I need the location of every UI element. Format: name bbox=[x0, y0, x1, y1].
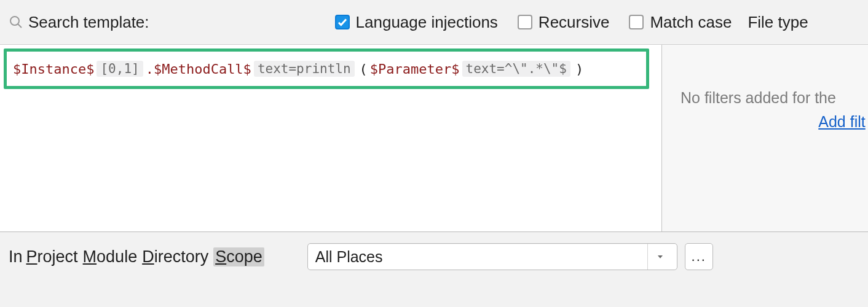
checkbox-label: Match case bbox=[650, 13, 732, 32]
svg-line-1 bbox=[18, 24, 22, 28]
file-type-label: File type bbox=[748, 13, 808, 32]
search-template-editor[interactable]: $Instance$ [0,1] . $MethodCall$ text=pri… bbox=[0, 45, 662, 231]
checkbox-icon[interactable] bbox=[518, 15, 532, 29]
ellipsis-icon: ... bbox=[692, 249, 706, 265]
header-row: Search template: Language injections Rec… bbox=[0, 0, 868, 44]
content-row: $Instance$ [0,1] . $MethodCall$ text=pri… bbox=[0, 44, 868, 232]
checkbox-match-case[interactable]: Match case bbox=[629, 13, 744, 32]
filters-panel: No filters added for the Add filt bbox=[662, 45, 868, 231]
scope-bar: In Project Module Directory Scope All Pl… bbox=[0, 232, 868, 281]
scope-tab-module[interactable]: Module bbox=[83, 247, 138, 266]
open-paren: ( bbox=[360, 61, 368, 77]
scope-tab-post: irectory bbox=[154, 247, 209, 266]
checkbox-icon[interactable] bbox=[629, 15, 644, 29]
svg-point-0 bbox=[10, 17, 19, 25]
text-filter-badge: text=println bbox=[254, 61, 355, 77]
checkbox-icon-checked[interactable] bbox=[335, 15, 350, 29]
scope-tab-mnemonic: D bbox=[142, 247, 154, 266]
scope-tab-directory[interactable]: Directory bbox=[142, 247, 208, 266]
scope-browse-button[interactable]: ... bbox=[685, 243, 713, 270]
template-expression[interactable]: $Instance$ [0,1] . $MethodCall$ text=pri… bbox=[4, 49, 649, 89]
scope-tab-post: odule bbox=[97, 247, 137, 266]
scope-tab-post: roject bbox=[37, 247, 78, 266]
var-parameter: $Parameter$ bbox=[370, 61, 460, 77]
scope-combo[interactable]: All Places bbox=[307, 243, 677, 270]
checkbox-language-injections[interactable]: Language injections bbox=[335, 13, 510, 32]
var-instance: $Instance$ bbox=[13, 61, 94, 77]
filters-empty-text: No filters added for the bbox=[662, 89, 868, 107]
scope-tab-mnemonic: S bbox=[215, 247, 226, 266]
add-filter-link[interactable]: Add filt bbox=[665, 113, 865, 131]
scope-combo-value: All Places bbox=[315, 248, 383, 266]
scope-tab-project[interactable]: Project bbox=[26, 247, 78, 266]
scope-tab-post: cope bbox=[226, 247, 262, 266]
checkbox-label: Language injections bbox=[356, 13, 498, 32]
dot-token: . bbox=[146, 61, 154, 77]
var-methodcall: $MethodCall$ bbox=[154, 61, 251, 77]
scope-in-label: In bbox=[9, 247, 23, 266]
text-filter-badge: text=^\".*\"$ bbox=[462, 61, 570, 77]
close-paren: ) bbox=[575, 61, 583, 77]
scope-tab-mnemonic: M bbox=[83, 247, 97, 266]
count-badge: [0,1] bbox=[97, 61, 143, 77]
checkbox-recursive[interactable]: Recursive bbox=[518, 13, 622, 32]
svg-marker-2 bbox=[658, 255, 663, 258]
chevron-down-icon[interactable] bbox=[647, 244, 673, 270]
checkbox-label: Recursive bbox=[539, 13, 610, 32]
search-template-label: Search template: bbox=[28, 13, 149, 32]
scope-tab-mnemonic: P bbox=[26, 247, 37, 266]
search-icon bbox=[9, 15, 23, 29]
scope-tab-scope[interactable]: Scope bbox=[213, 247, 264, 266]
